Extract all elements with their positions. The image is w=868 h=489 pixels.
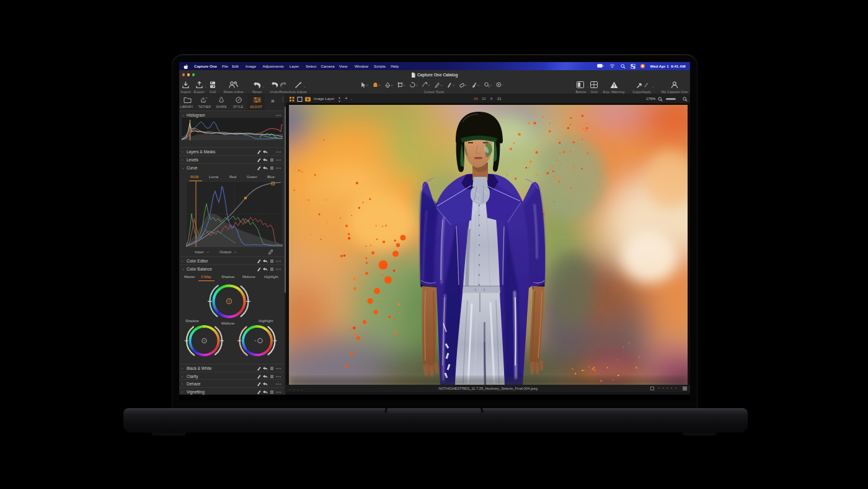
svg-text:Shadow: Shadow (185, 319, 199, 323)
svg-text:Highlight: Highlight (259, 319, 273, 323)
svg-text:Midtone: Midtone (221, 321, 235, 325)
